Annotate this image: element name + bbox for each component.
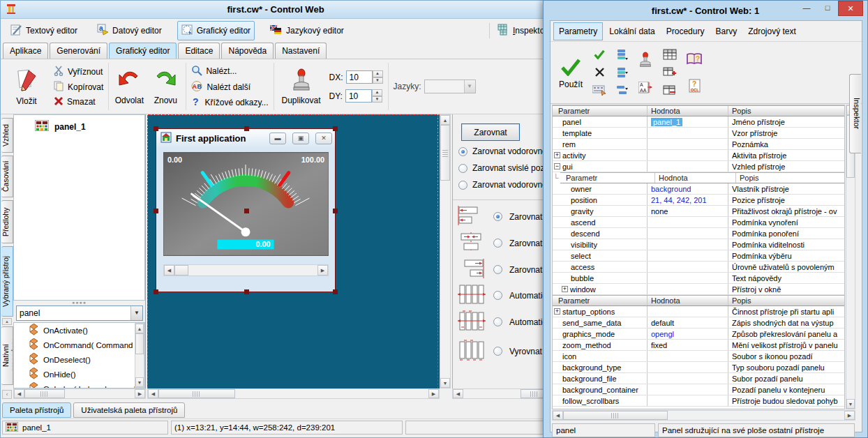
radio-icon[interactable] — [493, 291, 502, 300]
radio-icon[interactable] — [493, 347, 502, 356]
expand-toggle-icon[interactable]: + — [562, 286, 568, 292]
resize-handle-nw[interactable] — [154, 126, 158, 131]
insert-row-after-icon[interactable] — [616, 67, 628, 80]
maximize-button[interactable]: □ — [817, 1, 838, 16]
meter-instrument[interactable]: 0.00 0.00 100.00 — [163, 152, 329, 256]
undo-button[interactable]: Odvolat — [114, 68, 144, 105]
instrument-type-combobox[interactable]: panel ▼ — [16, 305, 143, 321]
radio-icon[interactable] — [458, 181, 467, 190]
rail-scroll-up-button[interactable]: ▲ — [2, 318, 12, 325]
resize-handle-w[interactable] — [154, 209, 158, 213]
delete-button[interactable]: Smazat — [54, 96, 103, 108]
scroll-right-icon[interactable]: ▶ — [844, 411, 855, 420]
parameter-row[interactable]: bubbleText nápovědy — [553, 273, 844, 284]
parameter-row[interactable]: selectPodmínka výběru — [553, 250, 844, 262]
align-mode-option-3[interactable]: Zarovnat vodorovné — [458, 180, 547, 190]
paste-button[interactable]: Vložit — [5, 68, 48, 106]
inspector-side-tab[interactable]: Inspektor — [849, 74, 861, 153]
cross-references-button[interactable]: ? Křížové odkazy... — [191, 96, 268, 109]
spin-up-icon[interactable]: ▲ — [372, 89, 382, 96]
parameter-row[interactable]: position21, 44, 242, 201Pozice přístroje — [553, 195, 844, 206]
close-button[interactable]: ✕ — [315, 133, 332, 144]
insert-child-row-icon[interactable] — [616, 85, 628, 98]
tab-barvy[interactable]: Barvy — [710, 23, 742, 40]
resize-handle-sw[interactable] — [154, 289, 158, 294]
tab-uzivatelska-paleta[interactable]: Uživatelská paleta přístrojů — [73, 402, 185, 418]
scroll-down-icon[interactable]: ▼ — [440, 378, 450, 388]
procedure-item[interactable]: OnHide() — [14, 367, 144, 382]
parameter-row[interactable]: background_typeTyp souboru pozadí panelu — [553, 362, 844, 373]
align-action-3[interactable]: Zarovnat k — [456, 258, 549, 281]
scroll-left-icon[interactable]: ◀ — [453, 389, 463, 398]
resize-handle-center[interactable] — [244, 209, 249, 213]
resize-handle-ne[interactable] — [333, 126, 338, 131]
parameter-row[interactable]: background_fileSubor pozadí panelu — [553, 373, 844, 384]
design-canvas[interactable]: First application ▬ ▣ ✕ — [147, 114, 440, 388]
parameter-row[interactable]: +startup_optionsČinnost přístroje při st… — [553, 306, 844, 317]
tab-napoveda[interactable]: Nápověda — [221, 43, 274, 59]
parameter-row[interactable]: panelpanel_1Jméno přístroje — [553, 116, 844, 128]
resize-handle-s[interactable] — [244, 289, 249, 294]
left-panel-hscrollbar[interactable]: ◀ ▶ — [13, 388, 146, 399]
scroll-down-icon[interactable]: ▼ — [135, 377, 144, 387]
help-book-icon[interactable]: ? — [687, 52, 702, 67]
keyboard-edit-icon[interactable] — [592, 85, 606, 97]
tab-lokalni-data[interactable]: Lokální data — [604, 23, 659, 40]
dx-input[interactable] — [346, 70, 373, 84]
parameter-row[interactable]: remPoznámka — [553, 139, 844, 150]
scroll-up-icon[interactable]: ▲ — [440, 115, 450, 125]
maximize-button[interactable]: ▣ — [292, 133, 309, 144]
expand-toggle-icon[interactable]: + — [554, 152, 560, 158]
dy-stepper[interactable]: ▲▼ — [345, 89, 382, 103]
scroll-left-icon[interactable]: ◀ — [14, 389, 24, 398]
text-editor-button[interactable]: Textový editor — [6, 21, 82, 40]
parameter-row[interactable]: gravitynonePřitažlivost okrajů přístroje… — [553, 206, 844, 217]
parameter-row[interactable]: background_containerPozadí panelu v kont… — [553, 384, 844, 395]
scroll-right-icon[interactable]: ▶ — [135, 389, 145, 398]
rail-tab-casovani[interactable]: Časování — [1, 156, 13, 197]
dy-spin-buttons[interactable]: ▲▼ — [372, 89, 382, 103]
language-editor-button[interactable]: Jazykový editor — [266, 21, 348, 40]
scroll-left-icon[interactable]: ◀ — [148, 389, 158, 398]
parameter-row[interactable]: graphics_modeopenglZpůsob překreslování … — [553, 328, 844, 340]
expand-toggle-icon[interactable]: + — [554, 308, 560, 315]
param-value[interactable]: panel_1 — [651, 118, 682, 126]
stamp-icon[interactable] — [638, 52, 653, 70]
scroll-left-icon[interactable]: ◀ — [164, 265, 174, 275]
align-panel-hscrollbar[interactable]: ◀ — [452, 388, 549, 399]
tab-editace[interactable]: Editace — [178, 43, 220, 59]
parameter-row[interactable]: ascendPodmínka vynoření — [553, 217, 844, 228]
procedures-scrollbar[interactable]: ▲ ▼ — [135, 323, 144, 388]
parameter-row[interactable]: templateVzor přístroje — [553, 128, 844, 139]
rail-tab-nativni-procedury[interactable]: Nativní procedury — [1, 326, 13, 385]
param-value[interactable]: opengl — [651, 330, 674, 338]
align-action-6[interactable]: Vyrovnat s — [456, 339, 548, 363]
align-action-1[interactable]: Zarovnat k — [456, 205, 549, 228]
align-action-5[interactable]: Automatick — [456, 310, 551, 334]
insert-row-before-icon[interactable] — [616, 49, 628, 61]
expand-toggle-icon[interactable]: − — [554, 163, 560, 169]
canvas-vertical-scrollbar[interactable]: ▲ ▼ — [440, 114, 451, 388]
param-value[interactable]: background — [651, 185, 691, 193]
application-window-scrollbar[interactable]: ◀ ▶ — [163, 264, 329, 276]
radio-icon[interactable] — [493, 317, 502, 326]
align-action-4[interactable]: Automatick — [456, 283, 551, 308]
parameter-row[interactable]: follow_scrollbarsPřístroje budou sledova… — [553, 395, 844, 407]
rail-scroll-left-button[interactable]: ‹ — [2, 390, 12, 399]
close-button[interactable]: ✕ — [838, 1, 863, 16]
parameter-row[interactable]: accessÚrovně uživatelů s povoleným — [553, 262, 844, 273]
cancel-x-icon[interactable] — [595, 68, 604, 78]
find-next-button[interactable]: AB Nalézt další — [191, 81, 268, 93]
parameter-row[interactable]: +activityAktivita přístroje — [553, 150, 844, 161]
spin-down-icon[interactable]: ▼ — [372, 96, 382, 103]
autosize-columns-icon[interactable]: AAA — [638, 82, 652, 95]
canvas-hscrollbar[interactable]: ◀ ▶ — [147, 388, 440, 399]
data-editor-button[interactable]: a Datový editor — [93, 21, 166, 40]
ocl-help-icon[interactable]: ?OCL — [689, 79, 701, 94]
tab-aplikace[interactable]: Aplikace — [3, 43, 48, 59]
tree-item-panel-1[interactable]: panel_1 — [14, 115, 144, 133]
parameter-row[interactable]: +windowPřístroj v okně — [553, 284, 844, 295]
procedure-item[interactable]: OnDeselect() — [14, 352, 144, 367]
resize-handle-n[interactable] — [244, 126, 249, 131]
rail-tab-vzhled[interactable]: Vzhled — [1, 118, 13, 153]
